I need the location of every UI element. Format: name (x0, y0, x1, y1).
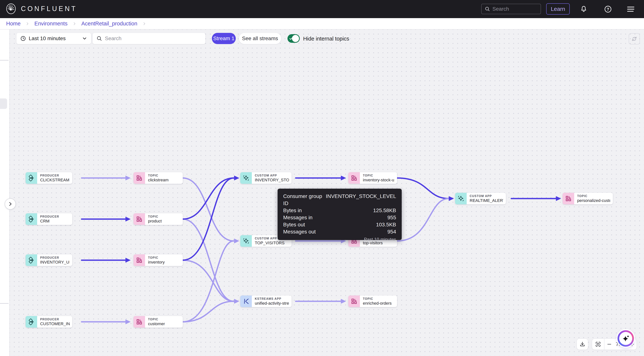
kstreams-app-icon (240, 295, 252, 307)
hamburger-icon (626, 5, 635, 13)
tooltip-value: 954 (387, 228, 396, 235)
stream-1-button[interactable]: Stream 1 (212, 33, 236, 44)
producer-icon (26, 213, 37, 225)
node-producer-inventory-updates[interactable]: PRODUCERINVENTORY_UPDATES (26, 254, 72, 266)
topic-icon (134, 172, 145, 184)
node-type-label: TOPIC (148, 256, 165, 260)
producer-icon (26, 172, 37, 184)
ai-assistant-button[interactable] (618, 330, 634, 347)
hide-internal-topics-toggle[interactable] (288, 34, 300, 43)
logo-wordmark: CONFLUENT (21, 5, 77, 13)
node-custom-app-inventory-stock[interactable]: CUSTOM APPINVENTORY_STOCK_... (240, 172, 292, 184)
tooltip-value: 955 (387, 214, 396, 221)
node-type-label: PRODUCER (40, 215, 59, 219)
minus-icon (606, 341, 612, 347)
node-type-label: TOPIC (148, 317, 165, 321)
node-type-label: TOPIC (363, 297, 392, 301)
node-name: inventory (148, 260, 165, 265)
node-type-label: TOPIC (363, 174, 394, 177)
learn-button[interactable]: Learn (546, 3, 570, 15)
node-name: REALTIME_ALERT_SE... (470, 198, 503, 203)
node-topic-enriched-orders[interactable]: TOPICenriched-orders (348, 295, 397, 307)
node-kstreams-app-unified-activity[interactable]: KSTREAMS APPunified-activity-strea... (240, 295, 292, 307)
custom-app-icon (455, 193, 467, 204)
download-button[interactable] (577, 339, 588, 350)
breadcrumb-chevron-icon (72, 22, 76, 26)
svg-text:?: ? (607, 7, 609, 12)
topic-icon (134, 213, 145, 225)
node-type-label: PRODUCER (40, 256, 70, 260)
breadcrumb-chevron-icon (26, 22, 30, 26)
node-type-label: PRODUCER (40, 174, 69, 177)
time-range-value: Last 10 minutes (29, 36, 79, 42)
node-type-label: TOPIC (148, 215, 162, 219)
refresh-button[interactable] (629, 33, 640, 45)
search-icon (484, 6, 490, 12)
node-name: INVENTORY_UPDATES (40, 260, 70, 265)
node-producer-crm[interactable]: PRODUCERCRM (26, 213, 72, 225)
node-topic-product[interactable]: TOPICproduct (134, 213, 183, 225)
topic-icon (348, 172, 360, 184)
node-type-label: PRODUCER (40, 317, 70, 321)
breadcrumb: Home Environments AcentRetail_production (0, 18, 644, 30)
node-topic-inventory-stock-updates[interactable]: TOPICinventory-stock-upda... (348, 172, 397, 184)
node-topic-clickstream[interactable]: TOPICclickstream (134, 172, 183, 184)
node-custom-app-realtime-alert[interactable]: CUSTOM APPREALTIME_ALERT_SE... (455, 193, 506, 204)
global-search-input[interactable] (492, 6, 535, 12)
main-menu-button[interactable] (626, 5, 635, 14)
producer-icon (26, 254, 37, 266)
node-name: customer (148, 321, 165, 326)
notifications-button[interactable] (580, 5, 588, 14)
breadcrumb-environments[interactable]: Environments (34, 21, 68, 27)
custom-app-icon (240, 235, 252, 247)
metrics-tooltip: Consumer group IDINVENTORY_STOCK_LEVEL B… (278, 189, 402, 240)
node-topic-personalized-customer[interactable]: TOPICpersonalized-custom... (562, 193, 613, 204)
tooltip-time-range: Past 10 minutes (283, 236, 396, 243)
time-range-select[interactable]: Last 10 minutes (16, 33, 91, 44)
node-name: inventory-stock-upda... (363, 177, 394, 183)
fit-view-icon (595, 341, 601, 347)
node-name: CUSTOMER_INFO (40, 321, 70, 326)
node-name: product (148, 219, 162, 224)
sidebar-divider (0, 303, 8, 304)
toggle-knob (292, 35, 299, 42)
ai-sparkle-icon (619, 332, 632, 345)
node-name: personalized-custom... (577, 198, 610, 203)
confluent-logo-icon (6, 3, 16, 14)
confluent-logo: CONFLUENT (6, 3, 77, 14)
node-producer-customer-info[interactable]: PRODUCERCUSTOMER_INFO (26, 316, 72, 328)
bell-icon (580, 5, 588, 13)
topic-icon (134, 316, 145, 328)
tooltip-label: Messages in (283, 214, 312, 221)
tooltip-label: Bytes out (283, 221, 305, 228)
node-type-label: CUSTOM APP (470, 194, 503, 198)
tooltip-label: Messages out (283, 228, 316, 235)
canvas-search[interactable] (92, 33, 205, 44)
global-search[interactable] (481, 4, 541, 14)
breadcrumb-chevron-icon (142, 22, 146, 26)
custom-app-icon (240, 172, 252, 184)
search-icon (96, 36, 102, 42)
canvas-search-input[interactable] (105, 36, 194, 42)
node-name: clickstream (148, 177, 168, 183)
clock-icon (20, 36, 26, 42)
producer-icon (26, 316, 37, 328)
topic-icon (562, 193, 574, 204)
node-type-label: KSTREAMS APP (255, 297, 289, 301)
sidebar-expand-button[interactable] (5, 198, 16, 210)
fit-view-button[interactable] (592, 341, 604, 347)
collapsed-sidebar (0, 30, 10, 356)
node-producer-clickstream[interactable]: PRODUCERCLICKSTREAM (26, 172, 72, 184)
zoom-out-button[interactable] (604, 341, 614, 347)
help-button[interactable]: ? (604, 5, 612, 14)
breadcrumb-home[interactable]: Home (6, 21, 20, 27)
sidebar-active-item[interactable] (0, 98, 7, 109)
tooltip-value: 103.5KB (376, 221, 396, 228)
node-topic-customer[interactable]: TOPICcustomer (134, 316, 183, 328)
see-all-streams-button[interactable]: See all streams (239, 33, 281, 44)
node-type-label: TOPIC (148, 174, 168, 177)
breadcrumb-environment-name[interactable]: AcentRetail_production (82, 21, 138, 27)
sidebar-divider (0, 60, 8, 61)
node-topic-inventory[interactable]: TOPICinventory (134, 254, 183, 266)
node-type-label: TOPIC (577, 194, 610, 198)
